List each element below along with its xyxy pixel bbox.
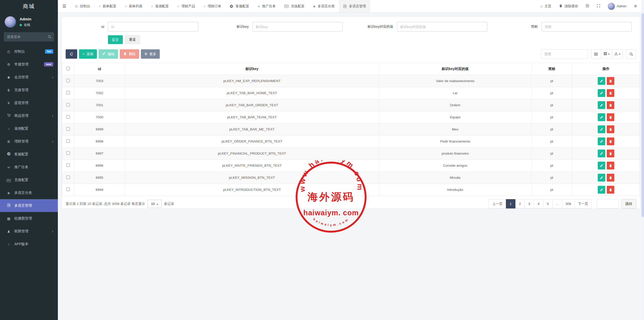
export-button[interactable]: ▾	[612, 49, 623, 59]
add-button[interactable]: + 添加	[79, 49, 97, 59]
row-checkbox[interactable]	[66, 79, 70, 82]
page-button[interactable]: 2	[515, 199, 525, 208]
row-edit-button[interactable]	[598, 77, 605, 85]
row-delete-button[interactable]	[607, 150, 614, 157]
row-edit-button[interactable]	[598, 89, 605, 97]
row-checkbox[interactable]	[66, 163, 70, 167]
user-menu[interactable]: Admin	[608, 3, 626, 10]
page-button[interactable]: 3	[525, 199, 534, 208]
topbar-tab[interactable]: ○理财订单	[199, 0, 225, 12]
row-edit-button[interactable]	[598, 137, 605, 145]
row-edit-button[interactable]	[598, 174, 605, 182]
edit-button[interactable]: 编辑	[99, 49, 118, 59]
sidebar-item[interactable]: ฿充值管理	[0, 84, 58, 96]
select-all-checkbox[interactable]	[66, 67, 70, 70]
topbar-tab[interactable]: 多语言管理	[339, 0, 370, 12]
filter-short-input[interactable]	[542, 22, 632, 31]
delete-button[interactable]: 删除	[120, 49, 139, 59]
row-delete-button[interactable]	[607, 137, 614, 145]
topbar-tab[interactable]: ○返佣配置	[147, 0, 173, 12]
topbar-tab[interactable]: ∞推广任务	[253, 0, 280, 12]
page-button[interactable]: 5	[543, 199, 553, 208]
prev-page-button[interactable]: 上一页	[489, 199, 506, 208]
columns-button[interactable]: ▾	[601, 49, 612, 59]
submit-button[interactable]: 提交	[108, 35, 123, 44]
row-delete-button[interactable]	[607, 101, 614, 109]
topbar-tab[interactable]: ◴控制台	[71, 0, 94, 12]
sidebar-item[interactable]: ○返佣配置	[0, 122, 58, 135]
page-scrollbar[interactable]	[641, 0, 644, 320]
row-checkbox[interactable]	[66, 115, 70, 119]
page-jump-input[interactable]	[597, 199, 619, 208]
row-edit-button[interactable]	[598, 150, 605, 157]
page-jump-button[interactable]: 跳转	[621, 199, 636, 208]
sidebar-toggle-button[interactable]: ☰	[58, 4, 71, 9]
row-edit-button[interactable]	[598, 125, 605, 133]
sidebar-item[interactable]: ○APP版本	[0, 238, 58, 251]
row-edit-button[interactable]	[598, 186, 605, 194]
topbar-tab[interactable]: ◈多语言分类	[309, 0, 339, 12]
sidebar-item[interactable]: ▦轮播图管理	[0, 212, 58, 225]
row-delete-button[interactable]	[607, 186, 614, 194]
reset-button[interactable]: 重置	[125, 35, 140, 44]
sidebar-item[interactable]: ☻会员管理‹	[0, 71, 58, 84]
row-checkbox[interactable]	[66, 151, 70, 155]
row-select-cell	[62, 184, 74, 196]
page-button[interactable]: 4	[534, 199, 543, 208]
topbar-tab[interactable]: ○理财产品	[173, 0, 199, 12]
sidebar-item[interactable]: ¥提现管理	[0, 96, 58, 109]
settings-button[interactable]: ⚙	[634, 4, 637, 8]
sidebar-item[interactable]: ◴控制台hot	[0, 45, 58, 58]
scrollbar-thumb[interactable]	[641, 13, 644, 217]
row-checkbox[interactable]	[66, 103, 70, 106]
search-icon[interactable]	[48, 35, 51, 39]
home-link[interactable]: ⌂ 主页	[540, 4, 551, 9]
row-edit-button[interactable]	[598, 162, 605, 169]
search-button[interactable]	[626, 49, 636, 59]
topbar-tab[interactable]: 客服配置	[225, 0, 253, 12]
clear-cache-button[interactable]: 清除缓存	[559, 4, 578, 9]
topbar-tab[interactable]: ○刷单列表	[120, 0, 147, 12]
page-button[interactable]: 306	[562, 199, 575, 208]
sidebar-item[interactable]: CC充值配置	[0, 173, 58, 186]
row-delete-button[interactable]	[607, 113, 614, 121]
sidebar-item[interactable]: ≣理财管理‹	[0, 135, 58, 148]
sidebar-item[interactable]: ◈多语言分类	[0, 186, 58, 199]
sidebar-search-input[interactable]	[4, 32, 54, 42]
more-button[interactable]: ⚙ 更多	[141, 49, 160, 59]
cell-actions	[572, 111, 640, 123]
sidebar-item[interactable]: 商品管理‹	[0, 109, 58, 122]
filter-id-input[interactable]	[108, 22, 198, 31]
sidebar-item[interactable]: ⚙常规管理new	[0, 58, 58, 71]
row-checkbox[interactable]	[66, 127, 70, 131]
page-size-select[interactable]: 10 ▴	[147, 200, 162, 208]
row-delete-button[interactable]	[607, 125, 614, 133]
row-delete-button[interactable]	[607, 174, 614, 182]
row-delete-button[interactable]	[607, 77, 614, 85]
topbar-tab[interactable]: ○刷单配置	[94, 0, 120, 12]
row-delete-button[interactable]	[607, 89, 614, 97]
filter-group: Id	[62, 22, 207, 31]
sidebar-item[interactable]: 客服配置	[0, 148, 58, 161]
sidebar-item[interactable]: 多语言管理	[0, 199, 58, 212]
fullscreen-button[interactable]	[597, 4, 600, 8]
row-checkbox[interactable]	[66, 139, 70, 143]
row-edit-button[interactable]	[598, 101, 605, 109]
link-icon: ∞	[8, 165, 10, 169]
filter-key-input[interactable]	[253, 22, 343, 31]
sidebar-item[interactable]: ∞推广任务	[0, 161, 58, 173]
row-edit-button[interactable]	[598, 113, 605, 121]
sidebar-item[interactable]: ♟权限管理‹	[0, 225, 58, 238]
page-button[interactable]: 1	[506, 199, 515, 208]
detail-view-button[interactable]	[591, 49, 601, 59]
refresh-button[interactable]	[66, 49, 77, 59]
topbar-tab[interactable]: CC充值配置	[280, 0, 309, 12]
next-page-button[interactable]: 下一页	[575, 199, 592, 208]
translate-button[interactable]	[586, 4, 589, 8]
row-delete-button[interactable]	[607, 162, 614, 169]
row-checkbox[interactable]	[66, 91, 70, 94]
row-checkbox[interactable]	[66, 188, 70, 191]
table-search-input[interactable]	[541, 49, 588, 59]
row-checkbox[interactable]	[66, 175, 70, 179]
filter-value-input[interactable]	[397, 22, 487, 31]
